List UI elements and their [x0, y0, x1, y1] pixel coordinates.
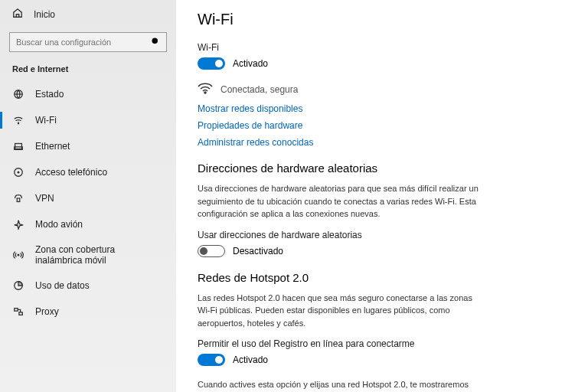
ethernet-icon — [12, 140, 24, 152]
random-hw-toggle-label: Usar direcciones de hardware aleatorias — [198, 230, 567, 240]
main-content: Wi-Fi Wi-Fi Activado Conectada, segura M… — [176, 0, 588, 392]
connection-status: Conectada, segura — [220, 84, 298, 95]
home-label: Inicio — [34, 9, 55, 20]
vpn-icon — [12, 192, 24, 204]
sidebar-item-vpn[interactable]: VPN — [0, 185, 176, 211]
svg-point-4 — [18, 123, 19, 124]
sidebar-item-ethernet[interactable]: Ethernet — [0, 133, 176, 159]
sidebar-item-proxy[interactable]: Proxy — [0, 299, 176, 325]
sidebar-item-datausage[interactable]: Uso de datos — [0, 273, 176, 299]
svg-rect-9 — [17, 198, 20, 201]
status-icon — [12, 88, 24, 100]
search-field[interactable] — [16, 38, 151, 47]
wifi-signal-icon — [198, 82, 213, 97]
svg-rect-13 — [19, 312, 22, 315]
random-hw-desc: Usa direcciones de hardware aleatorias p… — [198, 182, 481, 220]
page-title: Wi-Fi — [198, 11, 567, 28]
random-hw-toggle-state: Desactivado — [233, 246, 283, 256]
wifi-toggle-state: Activado — [233, 58, 268, 69]
search-icon — [151, 37, 160, 48]
hotspot-heading: Redes de Hotspot 2.0 — [198, 271, 567, 284]
sidebar-item-label: Zona con cobertura inalámbrica móvil — [35, 244, 164, 266]
svg-point-8 — [18, 172, 19, 173]
link-hardware-properties[interactable]: Propiedades de hardware — [198, 120, 567, 131]
sidebar-item-estado[interactable]: Estado — [0, 81, 176, 107]
hotspot-toggle[interactable] — [198, 354, 225, 366]
sidebar-item-dialup[interactable]: Acceso telefónico — [0, 159, 176, 185]
sidebar: Inicio Red e Internet Estado Wi-Fi Ether… — [0, 0, 176, 392]
svg-point-0 — [152, 38, 158, 44]
svg-rect-12 — [15, 309, 18, 312]
home-icon — [12, 8, 23, 21]
svg-point-14 — [204, 92, 206, 93]
sidebar-item-airplane[interactable]: Modo avión — [0, 211, 176, 237]
dialup-icon — [12, 166, 24, 178]
random-hw-toggle[interactable] — [198, 245, 225, 257]
hotspot-desc: Las redes Hotspot 2.0 hacen que sea más … — [198, 292, 481, 330]
proxy-icon — [12, 305, 24, 318]
sidebar-nav: Estado Wi-Fi Ethernet Acceso telefónico … — [0, 81, 176, 325]
sidebar-item-label: Proxy — [35, 306, 59, 317]
random-hw-heading: Direcciones de hardware aleatorias — [198, 162, 567, 175]
link-manage-known-networks[interactable]: Administrar redes conocidas — [198, 137, 567, 148]
data-usage-icon — [12, 279, 24, 292]
hotspot-toggle-state: Activado — [233, 354, 268, 365]
sidebar-section-title: Red e Internet — [0, 60, 176, 81]
search-input[interactable] — [9, 32, 167, 52]
airplane-icon — [12, 218, 24, 230]
sidebar-item-hotspot[interactable]: Zona con cobertura inalámbrica móvil — [0, 237, 176, 273]
svg-rect-5 — [15, 144, 22, 149]
sidebar-item-label: Modo avión — [35, 219, 83, 230]
svg-rect-6 — [15, 147, 23, 150]
home-button[interactable]: Inicio — [0, 0, 176, 29]
hotspot-toggle-label: Permitir el uso del Registro en línea pa… — [198, 338, 567, 349]
sidebar-item-label: Estado — [35, 89, 64, 100]
wifi-toggle[interactable] — [198, 57, 225, 70]
sidebar-item-label: VPN — [35, 193, 54, 204]
sidebar-item-label: Wi-Fi — [35, 115, 57, 126]
sidebar-item-wifi[interactable]: Wi-Fi — [0, 107, 176, 133]
wifi-label: Wi-Fi — [198, 42, 567, 53]
sidebar-item-label: Uso de datos — [35, 280, 90, 291]
link-show-networks[interactable]: Mostrar redes disponibles — [198, 103, 567, 114]
svg-point-10 — [18, 254, 19, 256]
hotspot-desc2: Cuando actives esta opción y elijas una … — [198, 378, 481, 392]
sidebar-item-label: Ethernet — [35, 141, 70, 152]
hotspot-icon — [12, 249, 24, 261]
sidebar-item-label: Acceso telefónico — [35, 167, 107, 178]
svg-line-1 — [157, 43, 159, 45]
wifi-icon — [12, 114, 24, 126]
